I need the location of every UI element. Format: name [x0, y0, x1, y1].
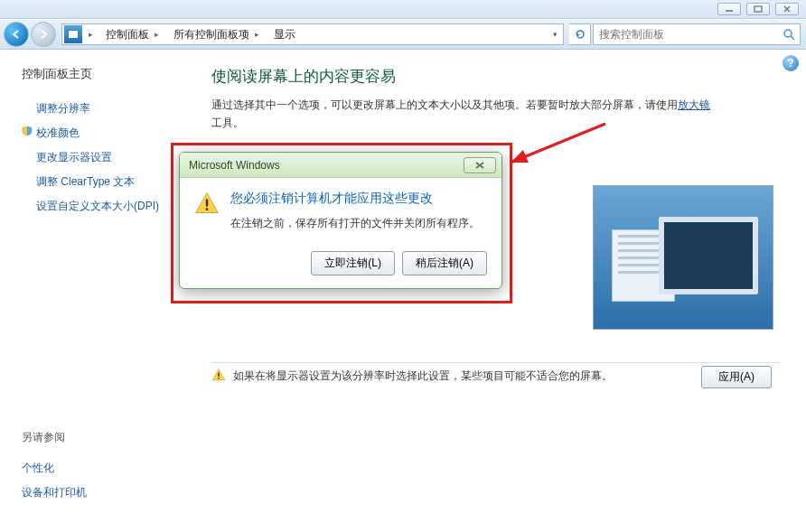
see-also-personalize[interactable]: 个性化 — [22, 456, 177, 481]
forward-button[interactable] — [31, 22, 56, 47]
crumb-label: 显示 — [274, 27, 295, 42]
chevron-right-icon[interactable]: ▸ — [82, 30, 98, 39]
sidebar-item-label: 设置自定义文本大小(DPI) — [36, 200, 159, 212]
svg-point-4 — [784, 30, 792, 37]
preview-monitor — [659, 217, 758, 294]
see-also-label: 个性化 — [22, 462, 54, 474]
chevron-right-icon: ▸ — [255, 30, 259, 39]
shield-icon — [22, 126, 33, 136]
magnifier-link[interactable]: 放大镜 — [678, 98, 710, 111]
search-box[interactable] — [593, 23, 801, 45]
close-icon — [474, 161, 485, 170]
svg-rect-1 — [754, 6, 762, 12]
display-preview — [593, 185, 773, 330]
dialog-titlebar: Microsoft Windows — [180, 153, 501, 178]
see-also-heading: 另请参阅 — [22, 430, 177, 445]
page-title: 使阅读屏幕上的内容更容易 — [211, 66, 784, 87]
dialog-message-title: 您必须注销计算机才能应用这些更改 — [230, 191, 480, 207]
separator — [211, 362, 781, 363]
sidebar: 控制面板主页 调整分辨率 校准颜色 更改显示器设置 调整 ClearType 文… — [0, 50, 190, 532]
maximize-button[interactable] — [746, 3, 770, 15]
svg-rect-13 — [206, 208, 208, 210]
resolution-warning: 如果在将显示器设置为该分辨率时选择此设置，某些项目可能不适合您的屏幕。 — [211, 368, 613, 385]
dialog-title-text: Microsoft Windows — [189, 159, 280, 172]
arrow-left-icon — [10, 28, 23, 41]
apply-button[interactable]: 应用(A) — [701, 366, 772, 388]
see-also: 另请参阅 个性化 设备和打印机 — [22, 430, 177, 523]
crumb-control-panel[interactable]: 控制面板 ▸ — [98, 24, 166, 44]
resolution-warning-text: 如果在将显示器设置为该分辨率时选择此设置，某些项目可能不适合您的屏幕。 — [233, 369, 613, 384]
crumb-display[interactable]: 显示 — [267, 24, 303, 44]
see-also-label: 设备和打印机 — [22, 486, 87, 499]
nav-bar: ▸ 控制面板 ▸ 所有控制面板项 ▸ 显示 ▾ — [0, 19, 806, 50]
sidebar-item-label: 调整 ClearType 文本 — [36, 175, 135, 188]
svg-rect-7 — [218, 378, 219, 379]
back-button[interactable] — [4, 22, 29, 47]
breadcrumb[interactable]: ▸ 控制面板 ▸ 所有控制面板项 ▸ 显示 ▾ — [61, 23, 564, 45]
logoff-now-button[interactable]: 立即注销(L) — [311, 251, 395, 275]
dialog-close-button[interactable] — [464, 157, 496, 173]
control-panel-icon — [64, 25, 82, 43]
intro-post: 工具。 — [211, 117, 244, 129]
refresh-icon — [574, 28, 586, 41]
dialog-message-sub: 在注销之前，保存所有打开的文件并关闭所有程序。 — [230, 216, 480, 231]
close-button[interactable] — [775, 3, 799, 15]
arrow-right-icon — [37, 28, 50, 41]
intro-text: 通过选择其中一个选项，可以更改屏幕上的文本大小以及其他项。若要暂时放大部分屏幕，… — [211, 96, 717, 133]
svg-rect-12 — [206, 200, 208, 207]
window-titlebar — [0, 0, 806, 19]
sidebar-item-display-settings[interactable]: 更改显示器设置 — [22, 145, 177, 170]
sidebar-item-cleartype[interactable]: 调整 ClearType 文本 — [22, 170, 177, 194]
svg-rect-6 — [218, 373, 219, 378]
svg-line-5 — [791, 36, 794, 40]
sidebar-item-custom-dpi[interactable]: 设置自定义文本大小(DPI) — [22, 194, 177, 219]
warning-icon — [211, 368, 226, 385]
see-also-devices-printers[interactable]: 设备和打印机 — [22, 481, 177, 505]
sidebar-item-label: 更改显示器设置 — [36, 151, 112, 163]
sidebar-item-resolution[interactable]: 调整分辨率 — [22, 97, 177, 121]
sidebar-item-label: 校准颜色 — [36, 126, 80, 139]
intro-pre: 通过选择其中一个选项，可以更改屏幕上的文本大小以及其他项。若要暂时放大部分屏幕，… — [211, 98, 678, 111]
sidebar-home[interactable]: 控制面板主页 — [22, 66, 177, 82]
content-body: ? 控制面板主页 调整分辨率 校准颜色 更改显示器设置 调整 ClearType… — [0, 50, 806, 532]
breadcrumb-dropdown[interactable]: ▾ — [547, 30, 563, 39]
main-panel: 使阅读屏幕上的内容更容易 通过选择其中一个选项，可以更改屏幕上的文本大小以及其他… — [190, 50, 806, 532]
search-input[interactable] — [594, 28, 778, 41]
crumb-label: 所有控制面板项 — [173, 27, 249, 42]
dialog-body: 您必须注销计算机才能应用这些更改 在注销之前，保存所有打开的文件并关闭所有程序。… — [180, 178, 501, 288]
sidebar-item-calibrate-color[interactable]: 校准颜色 — [22, 121, 177, 145]
warning-icon — [194, 191, 220, 219]
refresh-button[interactable] — [569, 23, 591, 45]
sidebar-item-label: 调整分辨率 — [36, 102, 90, 115]
crumb-all-items[interactable]: 所有控制面板项 ▸ — [166, 24, 267, 44]
logoff-later-button[interactable]: 稍后注销(A) — [402, 251, 487, 275]
chevron-right-icon: ▸ — [155, 30, 159, 39]
logoff-dialog: Microsoft Windows 您必须注销计算机才能应用这些更改 在注销之前… — [179, 152, 502, 289]
minimize-button[interactable] — [717, 3, 741, 15]
search-icon[interactable] — [778, 28, 800, 41]
crumb-label: 控制面板 — [106, 27, 149, 42]
